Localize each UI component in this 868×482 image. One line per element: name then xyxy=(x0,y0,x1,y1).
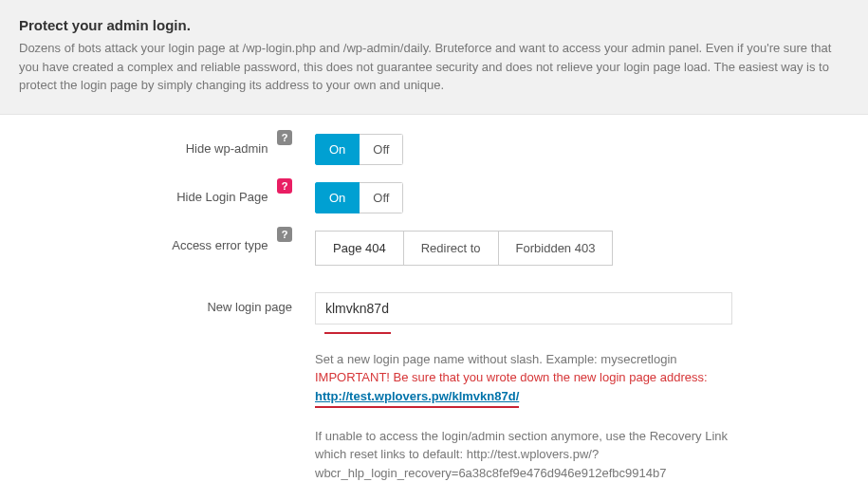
row-new-login: New login page Set a new login page name… xyxy=(0,292,868,483)
toggle-off[interactable]: Off xyxy=(360,134,403,165)
label-hide-wp-admin: Hide wp-admin ? xyxy=(0,134,302,157)
new-login-url-link[interactable]: http://test.wplovers.pw/klmvkn87d/ xyxy=(315,389,519,403)
hint-important: IMPORTANT! Be sure that you wrote down t… xyxy=(315,368,751,387)
toggle-off[interactable]: Off xyxy=(360,182,403,213)
new-login-hint: Set a new login page name without slash.… xyxy=(315,350,751,483)
label-text: Access error type xyxy=(172,238,268,252)
label-text: New login page xyxy=(207,300,292,314)
toggle-hide-wp-admin[interactable]: On Off xyxy=(315,134,403,165)
row-access-error: Access error type ? Page 404 Redirect to… xyxy=(0,231,868,266)
row-hide-login: Hide Login Page ? On Off xyxy=(0,182,868,213)
label-text: Hide wp-admin xyxy=(186,141,268,156)
tab-forbidden-403[interactable]: Forbidden 403 xyxy=(499,231,614,266)
label-text: Hide Login Page xyxy=(176,190,268,204)
toggle-on[interactable]: On xyxy=(315,182,360,213)
section-title: Protect your admin login. xyxy=(19,17,849,33)
new-login-input[interactable] xyxy=(315,292,732,324)
section-description: Dozens of bots attack your login page at… xyxy=(19,39,849,95)
help-icon[interactable]: ? xyxy=(277,130,292,145)
toggle-on[interactable]: On xyxy=(315,134,360,165)
label-hide-login: Hide Login Page ? xyxy=(0,182,302,205)
help-icon[interactable]: ? xyxy=(277,178,292,194)
row-hide-wp-admin: Hide wp-admin ? On Off xyxy=(0,134,868,165)
hint-example: Set a new login page name without slash.… xyxy=(315,350,751,369)
tab-redirect-to[interactable]: Redirect to xyxy=(404,231,499,266)
help-icon[interactable]: ? xyxy=(277,227,292,242)
settings-form: Hide wp-admin ? On Off Hide Login Page ?… xyxy=(0,115,868,483)
tab-page-404[interactable]: Page 404 xyxy=(315,231,404,266)
underline-decoration xyxy=(324,331,391,334)
hint-recovery: If unable to access the login/admin sect… xyxy=(315,427,751,483)
section-header: Protect your admin login. Dozens of bots… xyxy=(0,0,868,115)
label-new-login: New login page xyxy=(0,292,302,314)
label-access-error: Access error type ? xyxy=(0,231,302,253)
tabs-access-error[interactable]: Page 404 Redirect to Forbidden 403 xyxy=(315,231,613,266)
toggle-hide-login[interactable]: On Off xyxy=(315,182,403,213)
